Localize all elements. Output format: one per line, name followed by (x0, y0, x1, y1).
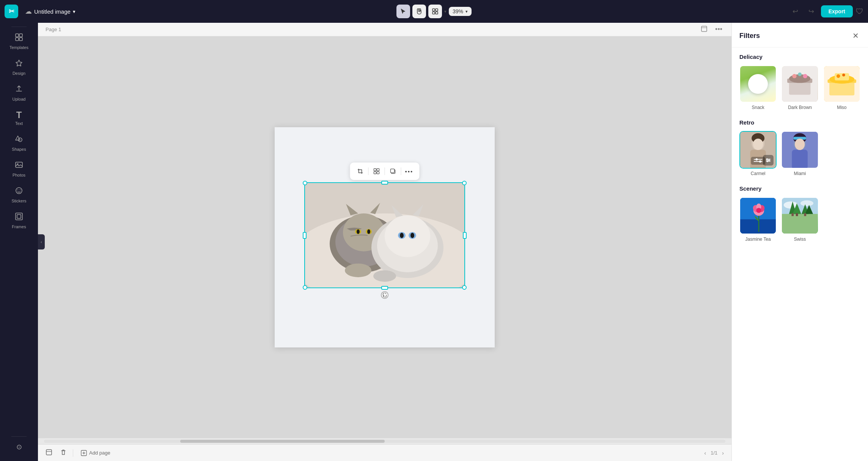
svg-point-43 (345, 264, 371, 277)
sidebar-item-design[interactable]: Design (3, 55, 35, 79)
page-nav: ‹ 1/1 › (703, 448, 725, 458)
handle-top-right[interactable] (462, 181, 467, 185)
cat-image-svg (305, 183, 464, 287)
svg-rect-79 (792, 150, 808, 168)
svg-point-95 (800, 200, 813, 206)
sidebar-item-label: Design (13, 71, 25, 76)
add-page-button[interactable]: Add page (78, 448, 113, 458)
svg-point-82 (795, 139, 805, 150)
svg-rect-20 (377, 172, 379, 174)
sidebar-item-text[interactable]: T Text (3, 107, 35, 129)
bottombar-divider (73, 449, 73, 457)
filter-image-miami (782, 132, 818, 167)
sidebar-item-collapse[interactable]: ⊙ (3, 439, 35, 455)
prev-page-button[interactable]: ‹ (703, 448, 708, 458)
svg-point-11 (16, 188, 22, 194)
zoom-control[interactable]: 39% ▾ (449, 7, 472, 16)
toolbar-divider (368, 167, 369, 175)
more-options-button[interactable]: ••• (403, 165, 416, 178)
filter-label-swiss: Swiss (794, 237, 806, 242)
next-page-button[interactable]: › (720, 448, 725, 458)
filter-item-jasmine-tea[interactable]: Jasmine Tea (739, 197, 777, 242)
svg-point-38 (410, 233, 414, 238)
handle-middle-left[interactable] (303, 232, 307, 238)
filter-item-dark-brown[interactable]: Dark Brown (781, 65, 818, 110)
handle-bottom-right[interactable] (462, 285, 467, 290)
filter-item-miami[interactable]: Miami (781, 131, 818, 176)
sidebar-item-label: Photos (13, 173, 25, 177)
sidebar-item-label: Templates (9, 45, 28, 50)
page-thumbnail-button[interactable] (44, 447, 54, 459)
handle-bottom-middle[interactable] (381, 286, 388, 290)
svg-rect-2 (432, 12, 435, 14)
redo-button[interactable]: ↪ (805, 5, 818, 18)
filters-close-button[interactable]: ✕ (851, 30, 860, 42)
delete-page-button[interactable] (58, 447, 68, 459)
filter-item-carmel[interactable]: Carmel (739, 131, 777, 176)
handle-middle-right[interactable] (463, 232, 467, 238)
layout-button[interactable] (370, 165, 383, 178)
cloud-icon: ☁ (25, 7, 32, 16)
svg-rect-17 (374, 169, 376, 171)
sidebar-item-upload[interactable]: Upload (3, 81, 35, 105)
copy-style-button[interactable] (387, 165, 399, 178)
svg-point-70 (759, 161, 761, 163)
svg-point-60 (842, 74, 845, 77)
design-icon (15, 59, 23, 69)
export-button[interactable]: Export (821, 5, 853, 17)
hand-tool-button[interactable] (412, 5, 426, 18)
filter-item-snack[interactable]: Snack (739, 65, 777, 110)
app-logo: ✂ (5, 5, 18, 18)
handle-rotate[interactable] (381, 291, 388, 299)
filter-thumb-carmel (739, 131, 777, 168)
svg-rect-7 (19, 38, 22, 41)
svg-rect-45 (46, 450, 52, 455)
filter-label-miami: Miami (794, 171, 806, 176)
undo-button[interactable]: ↩ (789, 5, 802, 18)
selected-image-wrapper[interactable] (304, 182, 465, 288)
handle-top-left[interactable] (303, 181, 307, 185)
svg-rect-101 (796, 213, 798, 216)
filter-section-title-delicacy: Delicacy (739, 54, 860, 60)
image-selection-container: ••• (304, 182, 465, 288)
canvas-area: ‹ Page 1 ••• (38, 23, 731, 461)
sidebar-item-label: Shapes (12, 147, 26, 152)
sidebar-item-photos[interactable]: Photos (3, 157, 35, 181)
title-dropdown-button[interactable]: ▾ (73, 9, 75, 14)
floating-toolbar: ••• (350, 163, 420, 180)
filter-section-scenery: Scenery (739, 185, 860, 242)
handle-top-middle[interactable] (381, 181, 388, 185)
canvas-scrollbar[interactable] (44, 440, 725, 443)
zoom-value: 39% (453, 8, 463, 14)
sidebar-item-templates[interactable]: Templates (3, 29, 35, 54)
sidebar-collapse-handle[interactable]: ‹ (38, 234, 45, 249)
svg-point-74 (766, 158, 768, 160)
select-tool-button[interactable] (396, 5, 410, 18)
svg-point-53 (803, 74, 807, 78)
canvas-settings-button[interactable] (699, 24, 709, 35)
svg-rect-1 (436, 9, 438, 11)
svg-point-30 (357, 229, 360, 234)
sidebar-item-shapes[interactable]: Shapes (3, 131, 35, 155)
sidebar-item-stickers[interactable]: Stickers (3, 183, 35, 207)
svg-rect-0 (432, 9, 435, 11)
filter-thumb-dark-brown (781, 65, 818, 103)
view-toggle-button[interactable] (428, 5, 442, 18)
sidebar-item-frames[interactable]: Frames (3, 208, 35, 233)
sidebar-divider-bottom (11, 436, 27, 437)
svg-point-51 (793, 74, 797, 78)
crop-button[interactable] (354, 165, 367, 178)
svg-rect-14 (16, 213, 22, 220)
handle-bottom-left[interactable] (303, 285, 307, 290)
svg-rect-18 (377, 169, 379, 171)
svg-point-69 (756, 158, 758, 161)
svg-rect-85 (740, 219, 776, 234)
filter-item-miso[interactable]: Miso (823, 65, 860, 110)
canvas-scrollbar-thumb[interactable] (180, 440, 385, 443)
filter-item-swiss[interactable]: Swiss (781, 197, 818, 242)
topbar-right: ↩ ↪ Export 🛡 (789, 5, 863, 18)
filter-section-delicacy: Delicacy Snack (739, 54, 860, 110)
svg-point-44 (373, 270, 396, 282)
canvas-more-button[interactable]: ••• (714, 24, 724, 35)
filter-image-jasmine-tea (740, 198, 776, 234)
